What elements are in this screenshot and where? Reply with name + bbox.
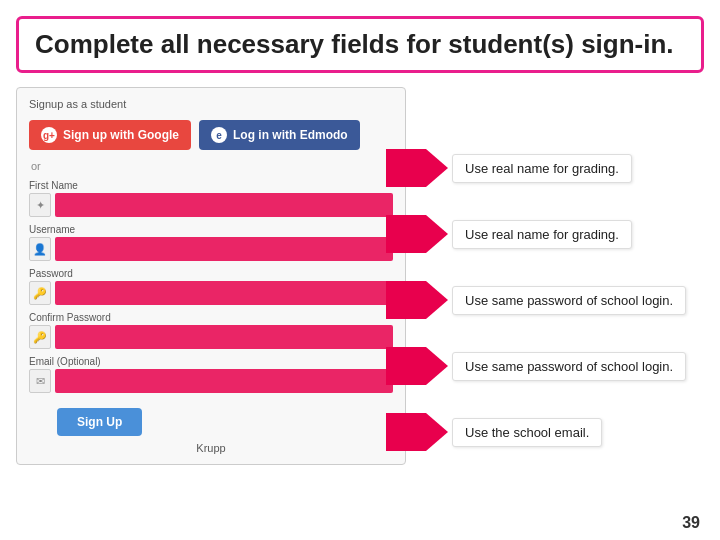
page-number: 39 bbox=[682, 514, 700, 532]
or-text: or bbox=[31, 160, 393, 172]
arrow-head-5 bbox=[426, 413, 448, 451]
annotation-label-4: Use same password of school login. bbox=[452, 352, 686, 381]
form-panel: Signup as a student g+ Sign up with Goog… bbox=[16, 87, 406, 465]
annotations-panel: Use real name for grading. Use real name… bbox=[386, 87, 720, 540]
password-input[interactable] bbox=[55, 281, 393, 305]
password-label: Password bbox=[29, 268, 393, 279]
username-label: Username bbox=[29, 224, 393, 235]
confirm-password-input[interactable] bbox=[55, 325, 393, 349]
username-row: 👤 bbox=[29, 237, 393, 261]
first-name-field-group: First Name ✦ bbox=[29, 180, 393, 217]
edmodo-icon: e bbox=[211, 127, 227, 143]
arrow-5 bbox=[386, 413, 448, 451]
email-label: Email (Optional) bbox=[29, 356, 393, 367]
annotation-label-1: Use real name for grading. bbox=[452, 154, 632, 183]
password-field-group: Password 🔑 bbox=[29, 268, 393, 305]
annotation-3: Use same password of school login. bbox=[386, 281, 686, 319]
page-title: Complete all necessary fields for studen… bbox=[35, 29, 685, 60]
google-icon: g+ bbox=[41, 127, 57, 143]
arrow-body-3 bbox=[386, 281, 426, 319]
arrow-body-2 bbox=[386, 215, 426, 253]
first-name-input[interactable] bbox=[55, 193, 393, 217]
google-signup-button[interactable]: g+ Sign up with Google bbox=[29, 120, 191, 150]
confirm-password-field-group: Confirm Password 🔑 bbox=[29, 312, 393, 349]
confirm-password-icon: 🔑 bbox=[29, 325, 51, 349]
confirm-password-label: Confirm Password bbox=[29, 312, 393, 323]
email-field-group: Email (Optional) ✉ bbox=[29, 356, 393, 393]
first-name-icon: ✦ bbox=[29, 193, 51, 217]
annotation-1: Use real name for grading. bbox=[386, 149, 632, 187]
annotation-label-3: Use same password of school login. bbox=[452, 286, 686, 315]
email-row: ✉ bbox=[29, 369, 393, 393]
arrow-body-5 bbox=[386, 413, 426, 451]
arrow-head-4 bbox=[426, 347, 448, 385]
password-icon: 🔑 bbox=[29, 281, 51, 305]
arrow-body-4 bbox=[386, 347, 426, 385]
google-signup-label: Sign up with Google bbox=[63, 128, 179, 142]
edmodo-login-label: Log in with Edmodo bbox=[233, 128, 348, 142]
confirm-password-row: 🔑 bbox=[29, 325, 393, 349]
arrow-head-1 bbox=[426, 149, 448, 187]
annotation-5: Use the school email. bbox=[386, 413, 602, 451]
arrow-head-2 bbox=[426, 215, 448, 253]
first-name-row: ✦ bbox=[29, 193, 393, 217]
username-input[interactable] bbox=[55, 237, 393, 261]
first-name-label: First Name bbox=[29, 180, 393, 191]
username-field-group: Username 👤 bbox=[29, 224, 393, 261]
krupp-label: Krupp bbox=[29, 442, 393, 454]
arrow-4 bbox=[386, 347, 448, 385]
annotation-label-2: Use real name for grading. bbox=[452, 220, 632, 249]
arrow-2 bbox=[386, 215, 448, 253]
annotation-4: Use same password of school login. bbox=[386, 347, 686, 385]
content-area: Signup as a student g+ Sign up with Goog… bbox=[16, 87, 704, 465]
main-container: Complete all necessary fields for studen… bbox=[0, 0, 720, 540]
annotation-2: Use real name for grading. bbox=[386, 215, 632, 253]
title-box: Complete all necessary fields for studen… bbox=[16, 16, 704, 73]
arrow-3 bbox=[386, 281, 448, 319]
edmodo-login-button[interactable]: e Log in with Edmodo bbox=[199, 120, 360, 150]
arrow-body-1 bbox=[386, 149, 426, 187]
email-icon: ✉ bbox=[29, 369, 51, 393]
panel-title: Signup as a student bbox=[29, 98, 393, 110]
password-row: 🔑 bbox=[29, 281, 393, 305]
annotation-label-5: Use the school email. bbox=[452, 418, 602, 447]
arrow-1 bbox=[386, 149, 448, 187]
btn-row: g+ Sign up with Google e Log in with Edm… bbox=[29, 120, 393, 150]
username-icon: 👤 bbox=[29, 237, 51, 261]
email-input[interactable] bbox=[55, 369, 393, 393]
signup-button[interactable]: Sign Up bbox=[57, 408, 142, 436]
arrow-head-3 bbox=[426, 281, 448, 319]
